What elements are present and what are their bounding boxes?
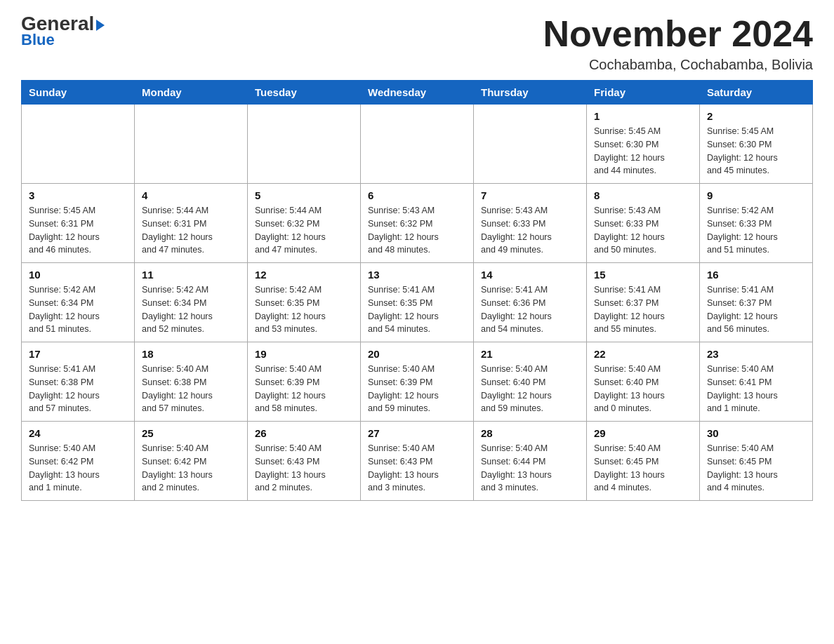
calendar-cell-w4-d1: 18Sunrise: 5:40 AMSunset: 6:38 PMDayligh…: [135, 342, 248, 422]
day-info: Sunrise: 5:44 AMSunset: 6:31 PMDaylight:…: [142, 204, 240, 257]
calendar-cell-w3-d1: 11Sunrise: 5:42 AMSunset: 6:34 PMDayligh…: [135, 263, 248, 342]
day-info: Sunrise: 5:41 AMSunset: 6:38 PMDaylight:…: [29, 363, 127, 415]
day-info: Sunrise: 5:40 AMSunset: 6:39 PMDaylight:…: [255, 363, 353, 415]
calendar-cell-w1-d3: [361, 105, 474, 184]
day-number: 24: [29, 427, 127, 439]
day-number: 25: [142, 427, 240, 439]
calendar-cell-w5-d5: 29Sunrise: 5:40 AMSunset: 6:45 PMDayligh…: [587, 422, 700, 501]
day-number: 4: [142, 189, 240, 201]
day-info: Sunrise: 5:40 AMSunset: 6:45 PMDaylight:…: [707, 442, 805, 495]
day-number: 16: [707, 269, 805, 281]
day-info: Sunrise: 5:42 AMSunset: 6:34 PMDaylight:…: [142, 283, 240, 336]
day-number: 2: [707, 110, 805, 122]
calendar-cell-w1-d0: [22, 105, 135, 184]
calendar-cell-w2-d2: 5Sunrise: 5:44 AMSunset: 6:32 PMDaylight…: [248, 184, 361, 263]
day-info: Sunrise: 5:40 AMSunset: 6:42 PMDaylight:…: [29, 442, 127, 495]
day-info: Sunrise: 5:43 AMSunset: 6:32 PMDaylight:…: [368, 204, 466, 257]
logo-triangle-icon: [96, 20, 105, 31]
calendar-body: 1Sunrise: 5:45 AMSunset: 6:30 PMDaylight…: [22, 105, 813, 501]
day-number: 26: [255, 427, 353, 439]
calendar-table: Sunday Monday Tuesday Wednesday Thursday…: [21, 80, 813, 501]
day-info: Sunrise: 5:40 AMSunset: 6:40 PMDaylight:…: [481, 363, 579, 415]
calendar-cell-w3-d2: 12Sunrise: 5:42 AMSunset: 6:35 PMDayligh…: [248, 263, 361, 342]
day-number: 13: [368, 269, 466, 281]
logo: General Blue: [21, 14, 105, 49]
day-number: 17: [29, 348, 127, 360]
calendar-cell-w2-d1: 4Sunrise: 5:44 AMSunset: 6:31 PMDaylight…: [135, 184, 248, 263]
day-number: 27: [368, 427, 466, 439]
calendar-cell-w1-d6: 2Sunrise: 5:45 AMSunset: 6:30 PMDaylight…: [700, 105, 813, 184]
calendar-title-block: November 2024 Cochabamba, Cochabamba, Bo…: [543, 14, 813, 73]
day-info: Sunrise: 5:40 AMSunset: 6:44 PMDaylight:…: [481, 442, 579, 495]
calendar-cell-w2-d0: 3Sunrise: 5:45 AMSunset: 6:31 PMDaylight…: [22, 184, 135, 263]
day-info: Sunrise: 5:40 AMSunset: 6:45 PMDaylight:…: [594, 442, 692, 495]
day-number: 5: [255, 189, 353, 201]
calendar-cell-w3-d4: 14Sunrise: 5:41 AMSunset: 6:36 PMDayligh…: [474, 263, 587, 342]
calendar-location: Cochabamba, Cochabamba, Bolivia: [543, 57, 813, 73]
day-info: Sunrise: 5:43 AMSunset: 6:33 PMDaylight:…: [594, 204, 692, 257]
logo-blue-text: Blue: [21, 31, 55, 49]
calendar-cell-w2-d3: 6Sunrise: 5:43 AMSunset: 6:32 PMDaylight…: [361, 184, 474, 263]
week-row-2: 3Sunrise: 5:45 AMSunset: 6:31 PMDaylight…: [22, 184, 813, 263]
calendar-cell-w1-d4: [474, 105, 587, 184]
day-info: Sunrise: 5:40 AMSunset: 6:43 PMDaylight:…: [255, 442, 353, 495]
calendar-cell-w3-d3: 13Sunrise: 5:41 AMSunset: 6:35 PMDayligh…: [361, 263, 474, 342]
calendar-month-year: November 2024: [543, 14, 813, 54]
day-number: 3: [29, 189, 127, 201]
day-number: 8: [594, 189, 692, 201]
calendar-cell-w3-d5: 15Sunrise: 5:41 AMSunset: 6:37 PMDayligh…: [587, 263, 700, 342]
header-friday: Friday: [587, 81, 700, 105]
day-number: 6: [368, 189, 466, 201]
calendar-cell-w5-d2: 26Sunrise: 5:40 AMSunset: 6:43 PMDayligh…: [248, 422, 361, 501]
day-info: Sunrise: 5:41 AMSunset: 6:37 PMDaylight:…: [707, 283, 805, 336]
day-info: Sunrise: 5:40 AMSunset: 6:43 PMDaylight:…: [368, 442, 466, 495]
day-number: 18: [142, 348, 240, 360]
calendar-cell-w5-d6: 30Sunrise: 5:40 AMSunset: 6:45 PMDayligh…: [700, 422, 813, 501]
day-info: Sunrise: 5:41 AMSunset: 6:35 PMDaylight:…: [368, 283, 466, 336]
day-number: 19: [255, 348, 353, 360]
day-number: 15: [594, 269, 692, 281]
calendar-cell-w2-d5: 8Sunrise: 5:43 AMSunset: 6:33 PMDaylight…: [587, 184, 700, 263]
day-number: 22: [594, 348, 692, 360]
day-number: 11: [142, 269, 240, 281]
day-info: Sunrise: 5:45 AMSunset: 6:30 PMDaylight:…: [707, 125, 805, 177]
day-number: 9: [707, 189, 805, 201]
calendar-cell-w1-d2: [248, 105, 361, 184]
weekday-header-row: Sunday Monday Tuesday Wednesday Thursday…: [22, 81, 813, 105]
week-row-1: 1Sunrise: 5:45 AMSunset: 6:30 PMDaylight…: [22, 105, 813, 184]
calendar-cell-w4-d3: 20Sunrise: 5:40 AMSunset: 6:39 PMDayligh…: [361, 342, 474, 422]
day-number: 1: [594, 110, 692, 122]
calendar-cell-w4-d0: 17Sunrise: 5:41 AMSunset: 6:38 PMDayligh…: [22, 342, 135, 422]
calendar-cell-w2-d4: 7Sunrise: 5:43 AMSunset: 6:33 PMDaylight…: [474, 184, 587, 263]
day-info: Sunrise: 5:42 AMSunset: 6:34 PMDaylight:…: [29, 283, 127, 336]
calendar-cell-w1-d5: 1Sunrise: 5:45 AMSunset: 6:30 PMDaylight…: [587, 105, 700, 184]
day-number: 12: [255, 269, 353, 281]
calendar-cell-w2-d6: 9Sunrise: 5:42 AMSunset: 6:33 PMDaylight…: [700, 184, 813, 263]
header-saturday: Saturday: [700, 81, 813, 105]
day-info: Sunrise: 5:41 AMSunset: 6:37 PMDaylight:…: [594, 283, 692, 336]
day-info: Sunrise: 5:40 AMSunset: 6:42 PMDaylight:…: [142, 442, 240, 495]
day-number: 7: [481, 189, 579, 201]
day-number: 10: [29, 269, 127, 281]
calendar-cell-w4-d5: 22Sunrise: 5:40 AMSunset: 6:40 PMDayligh…: [587, 342, 700, 422]
day-info: Sunrise: 5:45 AMSunset: 6:30 PMDaylight:…: [594, 125, 692, 177]
day-info: Sunrise: 5:42 AMSunset: 6:35 PMDaylight:…: [255, 283, 353, 336]
calendar-cell-w3-d6: 16Sunrise: 5:41 AMSunset: 6:37 PMDayligh…: [700, 263, 813, 342]
calendar-header: Sunday Monday Tuesday Wednesday Thursday…: [22, 81, 813, 105]
calendar-cell-w4-d2: 19Sunrise: 5:40 AMSunset: 6:39 PMDayligh…: [248, 342, 361, 422]
calendar-cell-w3-d0: 10Sunrise: 5:42 AMSunset: 6:34 PMDayligh…: [22, 263, 135, 342]
day-info: Sunrise: 5:40 AMSunset: 6:39 PMDaylight:…: [368, 363, 466, 415]
day-info: Sunrise: 5:44 AMSunset: 6:32 PMDaylight:…: [255, 204, 353, 257]
header-wednesday: Wednesday: [361, 81, 474, 105]
calendar-cell-w4-d4: 21Sunrise: 5:40 AMSunset: 6:40 PMDayligh…: [474, 342, 587, 422]
day-info: Sunrise: 5:41 AMSunset: 6:36 PMDaylight:…: [481, 283, 579, 336]
day-number: 21: [481, 348, 579, 360]
header-thursday: Thursday: [474, 81, 587, 105]
day-number: 23: [707, 348, 805, 360]
week-row-4: 17Sunrise: 5:41 AMSunset: 6:38 PMDayligh…: [22, 342, 813, 422]
calendar-cell-w4-d6: 23Sunrise: 5:40 AMSunset: 6:41 PMDayligh…: [700, 342, 813, 422]
day-number: 20: [368, 348, 466, 360]
week-row-3: 10Sunrise: 5:42 AMSunset: 6:34 PMDayligh…: [22, 263, 813, 342]
day-number: 14: [481, 269, 579, 281]
day-number: 28: [481, 427, 579, 439]
